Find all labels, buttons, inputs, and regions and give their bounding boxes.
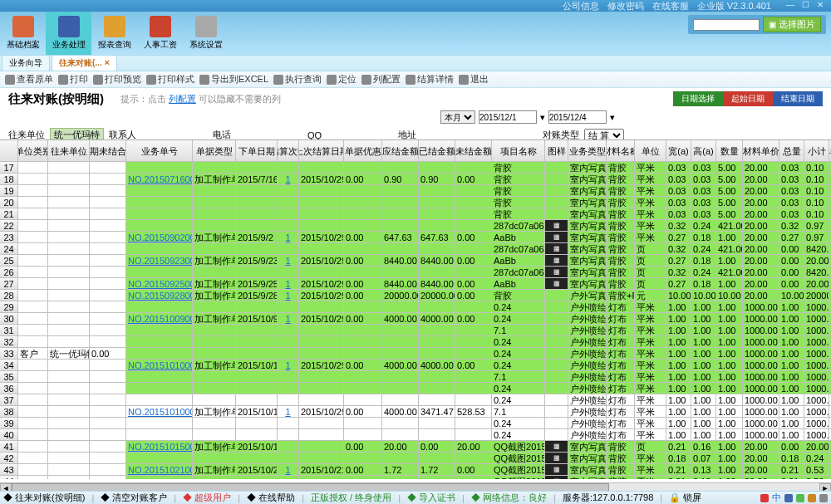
cell[interactable]: 背胶 [607, 441, 635, 453]
cell[interactable]: 页 [635, 278, 666, 290]
cell[interactable]: 0.03 [779, 197, 804, 208]
cell[interactable] [18, 453, 48, 464]
cell[interactable]: 421.00 [716, 243, 743, 255]
cell[interactable] [48, 464, 90, 476]
cell[interactable]: 平米 [635, 336, 666, 348]
cell[interactable] [90, 476, 126, 479]
cell[interactable] [278, 267, 299, 278]
cell[interactable]: 平米 [635, 383, 666, 394]
cell[interactable]: 1000.00 [804, 313, 829, 325]
cell[interactable]: 1 [278, 360, 299, 371]
cell[interactable]: QQ截图20151 [492, 441, 545, 453]
cell[interactable]: 0.97 [804, 232, 829, 243]
cell[interactable] [18, 371, 48, 383]
cell[interactable]: 287dc07a066 [492, 267, 545, 278]
cell[interactable]: 1.00 [716, 325, 743, 336]
cell[interactable]: 1.00 [779, 301, 804, 313]
cell[interactable]: 2015/10/29 [299, 174, 344, 185]
cell[interactable]: ▦ [545, 220, 568, 232]
cell[interactable] [545, 383, 568, 394]
cell[interactable]: 0.03 [666, 174, 691, 185]
hint-link[interactable]: 列配置 [169, 94, 196, 104]
cell[interactable]: NO.20151010002 [126, 406, 193, 418]
cell[interactable] [193, 476, 236, 479]
cell[interactable]: 平米 [635, 220, 666, 232]
cell[interactable]: 20.00 [743, 290, 779, 301]
cell[interactable] [299, 453, 344, 464]
cell[interactable] [48, 174, 90, 185]
cell[interactable] [193, 371, 236, 383]
cell[interactable]: 0.00 [779, 278, 804, 290]
cell[interactable]: 0.21 [666, 476, 691, 479]
cell[interactable]: NO.20150928001 [126, 290, 193, 301]
cell[interactable]: 0.00 [455, 290, 492, 301]
cell[interactable] [48, 290, 90, 301]
cell[interactable]: 0.00 [455, 255, 492, 267]
maximize-button[interactable]: ☐ [799, 1, 811, 11]
cell[interactable]: 20000.00 [804, 290, 829, 301]
cell[interactable] [382, 243, 419, 255]
cell[interactable]: 灯布 [607, 418, 635, 429]
cell[interactable] [278, 348, 299, 360]
cell[interactable]: 20.00 [743, 232, 779, 243]
cell[interactable]: 背胶 [607, 208, 635, 220]
cell[interactable] [126, 185, 193, 197]
cell[interactable] [18, 174, 48, 185]
cell[interactable] [90, 255, 126, 267]
cell[interactable] [455, 453, 492, 464]
cell[interactable]: 灯布 [607, 383, 635, 394]
cell[interactable]: 背胶 [607, 220, 635, 232]
cell[interactable] [236, 243, 278, 255]
cell[interactable]: 1.00 [716, 371, 743, 383]
cell[interactable]: 0.90 [419, 174, 455, 185]
cell[interactable]: 2015/10/15 [236, 441, 278, 453]
col-header[interactable]: 数量 [716, 140, 743, 162]
cell[interactable]: 7.1 [492, 325, 545, 336]
cell[interactable] [344, 185, 382, 197]
cell[interactable] [18, 185, 48, 197]
cell[interactable]: 2015/10/29 [299, 360, 344, 371]
cell[interactable] [126, 208, 193, 220]
bill-link[interactable]: NO.20150925001 [128, 279, 193, 289]
cell[interactable]: 0.00 [455, 313, 492, 325]
cell[interactable] [126, 429, 193, 441]
cell[interactable] [236, 336, 278, 348]
cell[interactable] [18, 243, 48, 255]
cell[interactable] [545, 418, 568, 429]
cell[interactable]: 1.00 [716, 476, 743, 479]
cell[interactable] [419, 429, 455, 441]
cell[interactable] [344, 348, 382, 360]
cell[interactable]: 0.00 [344, 464, 382, 476]
cell[interactable]: 户外喷绘 [568, 418, 607, 429]
cell[interactable]: 平米 [635, 313, 666, 325]
cell[interactable]: 7.1 [492, 371, 545, 383]
cell[interactable] [48, 255, 90, 267]
cell[interactable]: 0.32 [666, 220, 691, 232]
cell[interactable]: ▦ [545, 243, 568, 255]
cell[interactable]: 0.53 [804, 464, 829, 476]
cell[interactable]: 0.10 [804, 197, 829, 208]
cell[interactable] [236, 325, 278, 336]
cell[interactable]: 20.00 [455, 441, 492, 453]
cell[interactable] [126, 336, 193, 348]
cell[interactable]: 0.18 [691, 255, 716, 267]
cell[interactable]: 10.00 [691, 290, 716, 301]
cell[interactable]: 0.10 [804, 185, 829, 197]
cell[interactable] [18, 406, 48, 418]
cell[interactable]: 1000.00 [743, 336, 779, 348]
cell[interactable]: 灯布 [607, 325, 635, 336]
toolbtn-打印样式[interactable]: 打印样式 [146, 73, 194, 86]
cell[interactable]: 1.00 [779, 383, 804, 394]
col-header[interactable]: 单位 [635, 140, 666, 162]
cell[interactable] [299, 336, 344, 348]
cell[interactable]: 1 [278, 290, 299, 301]
toolbtn-查看原单[interactable]: 查看原单 [5, 73, 53, 86]
cell[interactable] [18, 162, 48, 174]
cell[interactable]: 户外喷绘 [568, 301, 607, 313]
cell[interactable] [18, 360, 48, 371]
cell[interactable]: 5.00 [716, 185, 743, 197]
cell[interactable]: 20.00 [743, 464, 779, 476]
cell[interactable]: 平米 [635, 371, 666, 383]
cell[interactable]: 0.24 [492, 383, 545, 394]
cell[interactable]: 1.00 [716, 313, 743, 325]
